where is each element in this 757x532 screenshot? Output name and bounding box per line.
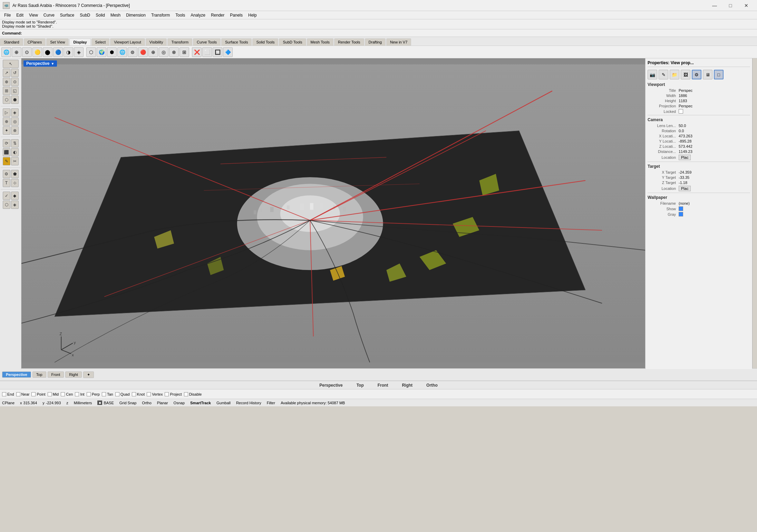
- panel-icon-edit[interactable]: ✎: [659, 70, 668, 79]
- snap-end-checkbox[interactable]: [2, 392, 6, 396]
- planar-indicator[interactable]: Planar: [157, 401, 168, 405]
- snap-project-checkbox[interactable]: [165, 392, 169, 396]
- snap-end[interactable]: End: [2, 392, 14, 396]
- menu-edit[interactable]: Edit: [13, 12, 26, 18]
- toolbar-icon-4[interactable]: 🟡: [32, 47, 42, 57]
- tool-6b[interactable]: ◎: [11, 117, 19, 126]
- viewport-dropdown-arrow[interactable]: ▼: [51, 62, 54, 66]
- tool-9b[interactable]: ◐: [11, 148, 19, 156]
- toolbar-icon-17[interactable]: ⊗: [169, 47, 179, 57]
- panel-icon-folder[interactable]: 📁: [670, 70, 679, 79]
- menu-dimension[interactable]: Dimension: [123, 12, 148, 18]
- toolbar-icon-22[interactable]: 🔷: [223, 47, 233, 57]
- tool-11b[interactable]: ⬟: [11, 170, 19, 178]
- menu-help[interactable]: Help: [245, 12, 260, 18]
- snap-quad-checkbox[interactable]: [115, 392, 119, 396]
- tab-solid-tools[interactable]: Solid Tools: [252, 38, 278, 46]
- grid-snap-indicator[interactable]: Grid Snap: [119, 401, 137, 405]
- tool-10a[interactable]: ✎: [3, 157, 10, 165]
- toolbar-icon-15[interactable]: ⊕: [148, 47, 158, 57]
- tool-12a[interactable]: T: [3, 179, 10, 187]
- tool-13b[interactable]: ◆: [11, 192, 19, 200]
- menu-mesh[interactable]: Mesh: [108, 12, 123, 18]
- snap-disable[interactable]: Disable: [184, 392, 202, 396]
- snap-point[interactable]: Point: [31, 392, 45, 396]
- toolbar-icon-2[interactable]: ⊕: [12, 47, 21, 57]
- tool-2b[interactable]: ⊙: [11, 78, 19, 86]
- snap-project[interactable]: Project: [165, 392, 182, 396]
- filter-indicator[interactable]: Filter: [267, 401, 275, 405]
- snap-int[interactable]: Int: [75, 392, 84, 396]
- gumball-indicator[interactable]: Gumball: [216, 401, 231, 405]
- viewport-label[interactable]: Perspective ▼: [23, 60, 57, 67]
- vp-tab-top[interactable]: Top: [32, 371, 46, 378]
- snap-mid[interactable]: Mid: [48, 392, 59, 396]
- toolbar-icon-14[interactable]: 🔴: [138, 47, 148, 57]
- panel-icon-display[interactable]: 🖥: [703, 70, 712, 79]
- toolbar-icon-16[interactable]: ◎: [159, 47, 168, 57]
- toolbar-icon-8[interactable]: ◈: [74, 47, 84, 57]
- toolbar-icon-9[interactable]: ⬡: [86, 47, 96, 57]
- toolbar-icon-19[interactable]: ❌: [192, 47, 202, 57]
- tool-14a[interactable]: ⬡: [3, 201, 10, 209]
- tool-10b[interactable]: ✂: [11, 157, 19, 165]
- snap-disable-checkbox[interactable]: [184, 392, 188, 396]
- tool-14b[interactable]: ◈: [11, 201, 19, 209]
- snap-tan[interactable]: Tan: [102, 392, 113, 396]
- snap-perp-checkbox[interactable]: [87, 392, 91, 396]
- menu-transform[interactable]: Transform: [148, 12, 173, 18]
- right-scrollbar[interactable]: [752, 58, 757, 368]
- tool-3b[interactable]: ◱: [11, 87, 19, 95]
- tab-visibility[interactable]: Visibility: [146, 38, 167, 46]
- tool-4b[interactable]: ⬢: [11, 96, 19, 104]
- menu-analyze[interactable]: Analyze: [188, 12, 208, 18]
- toolbar-icon-7[interactable]: ◑: [64, 47, 73, 57]
- tab-new-v7[interactable]: New in V7: [386, 38, 411, 46]
- select-tool[interactable]: ↖: [3, 60, 19, 68]
- snap-vertex-checkbox[interactable]: [147, 392, 151, 396]
- tab-subd-tools[interactable]: SubD Tools: [279, 38, 306, 46]
- tool-9a[interactable]: ⬛: [3, 148, 10, 156]
- tool-11a[interactable]: ⚙: [3, 170, 10, 178]
- panel-icon-settings[interactable]: ⚙: [692, 70, 701, 79]
- toolbar-icon-3[interactable]: ⊙: [22, 47, 32, 57]
- snap-mid-checkbox[interactable]: [48, 392, 52, 396]
- tool-7b[interactable]: ⊗: [11, 126, 19, 135]
- toolbar-icon-20[interactable]: ⬜: [202, 47, 212, 57]
- tool-6a[interactable]: ⊕: [3, 117, 10, 126]
- vp-tab-extra[interactable]: ✦: [83, 371, 94, 378]
- vp-tab-front[interactable]: Front: [48, 371, 64, 378]
- menu-render[interactable]: Render: [208, 12, 227, 18]
- tool-13a[interactable]: ✓: [3, 192, 10, 200]
- viewport[interactable]: Perspective ▼: [21, 58, 645, 368]
- menu-panels[interactable]: Panels: [227, 12, 245, 18]
- tab-setview[interactable]: Set View: [46, 38, 69, 46]
- tab-cplanes[interactable]: CPlanes: [24, 38, 46, 46]
- toolbar-icon-13[interactable]: ⊚: [128, 47, 137, 57]
- target-location-button[interactable]: Plac: [679, 186, 691, 191]
- close-button[interactable]: ✕: [738, 0, 754, 11]
- tool-3a[interactable]: ⊞: [3, 87, 10, 95]
- show-checkbox[interactable]: [679, 206, 683, 211]
- ortho-indicator[interactable]: Ortho: [142, 401, 152, 405]
- toolbar-icon-6[interactable]: 🔵: [53, 47, 63, 57]
- tool-12b[interactable]: ⊹: [11, 179, 19, 187]
- toolbar-icon-21[interactable]: 🔲: [213, 47, 222, 57]
- smarttrack-indicator[interactable]: SmartTrack: [190, 401, 211, 405]
- snap-perp[interactable]: Perp: [87, 392, 100, 396]
- tab-mesh-tools[interactable]: Mesh Tools: [307, 38, 333, 46]
- toolbar-icon-5[interactable]: ⬤: [43, 47, 52, 57]
- minimize-button[interactable]: —: [707, 0, 722, 11]
- toolbar-icon-11[interactable]: ⬢: [107, 47, 117, 57]
- snap-quad[interactable]: Quad: [115, 392, 130, 396]
- menu-view[interactable]: View: [26, 12, 41, 18]
- tool-5b[interactable]: ◈: [11, 108, 19, 117]
- snap-int-checkbox[interactable]: [75, 392, 79, 396]
- maximize-button[interactable]: □: [722, 0, 738, 11]
- toolbar-icon-10[interactable]: 🌍: [97, 47, 106, 57]
- panel-icon-camera[interactable]: 📷: [648, 70, 657, 79]
- tool-5a[interactable]: ▷: [3, 108, 10, 117]
- snap-tan-checkbox[interactable]: [102, 392, 106, 396]
- tab-curve-tools[interactable]: Curve Tools: [193, 38, 221, 46]
- panel-icon-image[interactable]: 🖼: [681, 70, 690, 79]
